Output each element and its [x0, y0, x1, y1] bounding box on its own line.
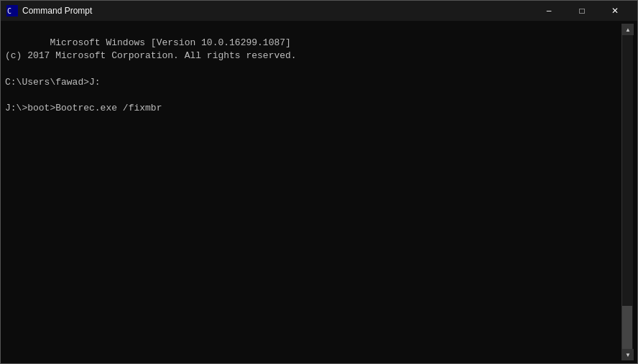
- console-line-1: Microsoft Windows [Version 10.0.16299.10…: [50, 37, 290, 48]
- command-prompt-window: C Command Prompt – □ ✕ Microsoft Windows…: [0, 0, 638, 364]
- console-line-4: C:\Users\fawad>J:: [5, 77, 101, 88]
- console-output: Microsoft Windows [Version 10.0.16299.10…: [5, 24, 621, 129]
- console-area[interactable]: Microsoft Windows [Version 10.0.16299.10…: [1, 21, 637, 363]
- scrollbar-arrow-down[interactable]: ▼: [622, 349, 634, 360]
- title-bar: C Command Prompt – □ ✕: [1, 1, 637, 21]
- app-icon: C: [6, 5, 18, 17]
- scrollbar[interactable]: ▲ ▼: [621, 24, 633, 360]
- window-title: Command Prompt: [22, 6, 532, 16]
- scrollbar-arrow-up[interactable]: ▲: [622, 24, 634, 35]
- console-line-6: J:\>boot>Bootrec.exe /fixmbr: [5, 103, 162, 113]
- scrollbar-thumb[interactable]: [622, 306, 632, 349]
- minimize-button[interactable]: –: [532, 1, 565, 21]
- maximize-button[interactable]: □: [565, 1, 598, 21]
- console-content: Microsoft Windows [Version 10.0.16299.10…: [5, 24, 621, 360]
- console-line-2: (c) 2017 Microsoft Corporation. All righ…: [5, 50, 297, 61]
- svg-text:C: C: [7, 7, 11, 15]
- window-controls: – □ ✕: [532, 1, 632, 21]
- close-button[interactable]: ✕: [598, 1, 632, 21]
